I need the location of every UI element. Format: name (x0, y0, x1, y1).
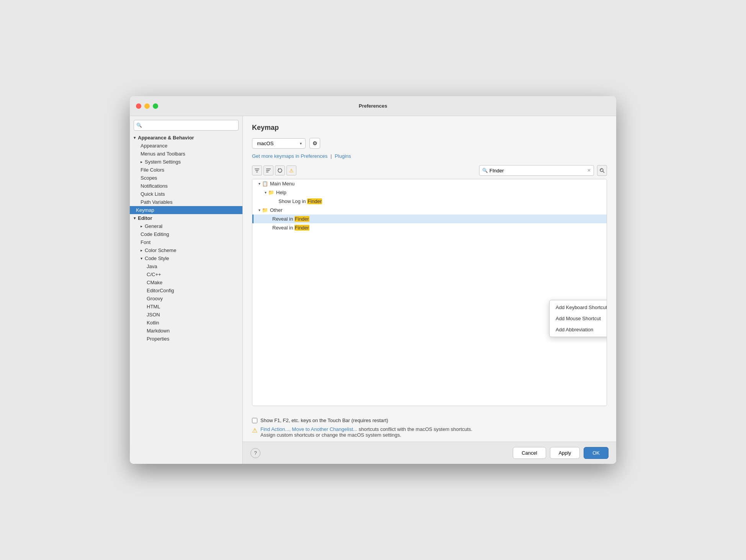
chevron-down-help: ▾ (265, 190, 267, 195)
keymap-tree[interactable]: ▾ 📋 Main Menu ▾ 📁 Help Show Log in (252, 179, 607, 406)
sidebar-item-code-style[interactable]: Code Style (130, 254, 242, 262)
chevron-down-icon-code-style (141, 256, 142, 260)
sidebar-label-color-scheme: Color Scheme (145, 247, 176, 253)
find-usages-icon (599, 168, 605, 173)
sidebar-label-general: General (145, 223, 162, 229)
filter-button[interactable] (252, 165, 262, 175)
tree-item-other[interactable]: ▾ 📁 Other (252, 206, 607, 215)
sidebar-item-editor[interactable]: Editor (130, 214, 242, 222)
show-log-label: Show Log in Finder (278, 198, 322, 204)
sidebar-item-appearance[interactable]: Appearance (130, 142, 242, 150)
sidebar-search-input[interactable] (134, 120, 239, 131)
reveal-finder-2-label: Reveal in Finder (272, 225, 309, 231)
keymap-select[interactable]: macOS Windows Linux Eclipse NetBeans (252, 138, 306, 149)
tree-item-help[interactable]: ▾ 📁 Help (252, 188, 607, 197)
restore-button[interactable] (275, 165, 285, 175)
sidebar-label-html: HTML (147, 304, 160, 309)
sidebar-item-kotlin[interactable]: Kotlin (130, 319, 242, 327)
other-label: Other (270, 207, 283, 213)
sidebar-item-path-variables[interactable]: Path Variables (130, 198, 242, 206)
find-action-link[interactable]: Find Action..., Move to Another Changeli… (260, 426, 357, 432)
context-menu-add-mouse[interactable]: Add Mouse Shortcut (550, 313, 607, 324)
sidebar-item-java[interactable]: Java (130, 262, 242, 270)
plugins-link[interactable]: Plugins (335, 153, 351, 159)
tree-item-show-log[interactable]: Show Log in Finder (252, 197, 607, 206)
sidebar-label-markdown: Markdown (147, 328, 170, 334)
sidebar-item-quick-lists[interactable]: Quick Lists (130, 190, 242, 198)
sidebar-item-cpp[interactable]: C/C++ (130, 270, 242, 278)
footer-buttons: Cancel Apply OK (513, 447, 609, 459)
gear-button[interactable]: ⚙ (309, 138, 320, 149)
search-icon: 🔍 (482, 168, 488, 173)
sidebar-label-appearance: Appearance (141, 143, 167, 149)
sidebar-item-keymap[interactable]: Keymap (130, 206, 242, 214)
main-menu-label: Main Menu (270, 181, 294, 187)
sidebar-item-file-colors[interactable]: File Colors (130, 166, 242, 174)
finder-highlight-2: Finder (294, 216, 309, 222)
sidebar-label-font: Font (141, 239, 151, 245)
sidebar-label-notifications: Notifications (141, 183, 168, 189)
sidebar-item-json[interactable]: JSON (130, 311, 242, 319)
sidebar-item-color-scheme[interactable]: Color Scheme (130, 246, 242, 254)
sidebar-item-properties[interactable]: Properties (130, 335, 242, 343)
sidebar-item-general[interactable]: General (130, 222, 242, 230)
chevron-right-icon-general (141, 224, 142, 228)
tree-item-reveal-finder-2[interactable]: Reveal in Finder (252, 223, 607, 232)
keymap-links-row: Get more keymaps in Preferences | Plugin… (252, 153, 607, 159)
sidebar-search-icon: 🔍 (136, 123, 142, 128)
warning-toolbar-button[interactable]: ⚠ (286, 165, 296, 175)
minimize-button[interactable] (144, 103, 150, 109)
sidebar-label-editor: Editor (138, 215, 152, 221)
warning-line2: Assign custom shortcuts or change the ma… (260, 432, 401, 438)
warning-row: ⚠ Find Action..., Move to Another Change… (252, 426, 607, 438)
sidebar-item-code-editing[interactable]: Code Editing (130, 230, 242, 238)
apply-button[interactable]: Apply (550, 447, 580, 459)
sidebar-item-groovy[interactable]: Groovy (130, 295, 242, 303)
maximize-button[interactable] (153, 103, 158, 109)
sidebar-tree: Appearance & Behavior Appearance Menus a… (130, 134, 242, 464)
touch-bar-label: Show F1, F2, etc. keys on the Touch Bar … (260, 418, 388, 423)
context-menu-add-abbreviation[interactable]: Add Abbreviation (550, 324, 607, 335)
main-panel: Keymap macOS Windows Linux Eclipse NetBe… (243, 116, 616, 464)
context-menu-add-keyboard[interactable]: Add Keyboard Shortcut (550, 302, 607, 313)
restore-icon (277, 168, 283, 173)
sidebar-item-appearance-behavior[interactable]: Appearance & Behavior (130, 134, 242, 142)
sidebar-item-notifications[interactable]: Notifications (130, 182, 242, 190)
help-icon: ? (254, 450, 257, 456)
main-content: Keymap macOS Windows Linux Eclipse NetBe… (243, 116, 616, 414)
sidebar-item-markdown[interactable]: Markdown (130, 327, 242, 335)
filter2-button[interactable] (263, 165, 273, 175)
footer: ? Cancel Apply OK (243, 442, 616, 464)
sidebar-item-cmake[interactable]: CMake (130, 278, 242, 287)
sidebar-item-editorconfig[interactable]: EditorConfig (130, 287, 242, 295)
find-usages-button[interactable] (597, 165, 607, 176)
ok-button[interactable]: OK (584, 447, 609, 459)
keymap-select-wrapper: macOS Windows Linux Eclipse NetBeans ▾ (252, 138, 306, 149)
tree-item-main-menu[interactable]: ▾ 📋 Main Menu (252, 179, 607, 188)
sidebar-label-json: JSON (147, 312, 160, 318)
link-separator: | (330, 153, 332, 159)
touch-bar-checkbox[interactable] (252, 418, 257, 423)
sidebar-label-cpp: C/C++ (147, 272, 161, 277)
bottom-area: Show F1, F2, etc. keys on the Touch Bar … (243, 414, 616, 442)
chevron-right-icon (141, 160, 142, 164)
close-button[interactable] (136, 103, 141, 109)
sidebar-item-system-settings[interactable]: System Settings (130, 158, 242, 166)
sidebar: 🔍 Appearance & Behavior Appearance Menus… (130, 116, 243, 464)
sidebar-item-font[interactable]: Font (130, 238, 242, 246)
chevron-down-icon-editor (134, 216, 136, 220)
help-button[interactable]: ? (250, 448, 260, 458)
sidebar-item-html[interactable]: HTML (130, 303, 242, 311)
sidebar-label-scopes: Scopes (141, 175, 157, 181)
search-box-wrapper: 🔍 ✕ (479, 165, 594, 176)
page-title: Keymap (252, 124, 607, 132)
sidebar-item-scopes[interactable]: Scopes (130, 174, 242, 182)
get-more-keymaps-link[interactable]: Get more keymaps in Preferences (252, 153, 327, 159)
finder-highlight-1: Finder (307, 198, 322, 204)
keymap-search-input[interactable] (479, 165, 594, 176)
sidebar-item-menus-toolbars[interactable]: Menus and Toolbars (130, 150, 242, 158)
cancel-button[interactable]: Cancel (513, 447, 546, 459)
search-clear-icon[interactable]: ✕ (587, 168, 591, 173)
tree-item-reveal-finder-1[interactable]: Reveal in Finder (252, 215, 607, 223)
folder-icon-other: 📁 (262, 207, 268, 213)
